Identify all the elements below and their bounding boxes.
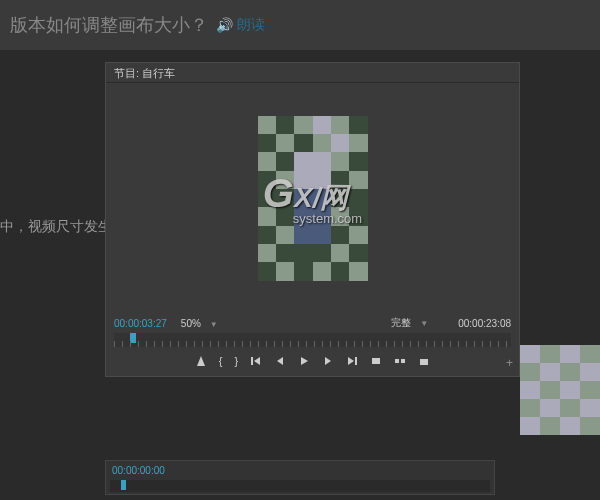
background-thumbnail — [520, 345, 600, 435]
export-frame-button[interactable] — [418, 355, 430, 367]
step-back-button[interactable] — [274, 355, 286, 367]
svg-rect-1 — [355, 357, 357, 365]
ruler-ticks — [114, 341, 511, 347]
chevron-down-icon: ▼ — [420, 319, 428, 328]
panel-tab-label: 节目: 自行车 — [114, 67, 175, 79]
info-row: 00:00:03:27 50% ▼ 完整 ▼ 00:00:23:08 — [106, 313, 519, 333]
go-to-out-button[interactable] — [346, 355, 358, 367]
play-button[interactable] — [298, 355, 310, 367]
bracket-out-button[interactable]: } — [235, 355, 239, 367]
timecode-duration: 00:00:23:08 — [458, 318, 511, 329]
mark-in-button[interactable] — [195, 355, 207, 367]
zoom-value: 50% — [181, 318, 201, 329]
svg-point-6 — [423, 361, 426, 364]
svg-rect-3 — [395, 359, 399, 363]
svg-rect-4 — [401, 359, 405, 363]
time-ruler[interactable] — [114, 333, 511, 347]
add-button[interactable]: + — [506, 356, 513, 370]
quality-value: 完整 — [391, 317, 411, 328]
video-preview[interactable]: GX/网 system.com — [106, 83, 519, 313]
go-to-in-button[interactable] — [250, 355, 262, 367]
playback-controls: { } — [106, 347, 519, 375]
audio-icon[interactable]: 🔊 — [216, 17, 233, 33]
bracket-in-button[interactable]: { — [219, 355, 223, 367]
zoom-dropdown[interactable]: 50% ▼ — [181, 318, 218, 329]
timecode-current[interactable]: 00:00:03:27 — [114, 318, 167, 329]
step-forward-button[interactable] — [322, 355, 334, 367]
watermark: GX/网 system.com — [263, 171, 362, 226]
bg-timecode: 00:00:00:00 — [106, 461, 494, 480]
svg-rect-2 — [372, 358, 380, 364]
svg-rect-0 — [251, 357, 253, 365]
page-title: 版本如何调整画布大小？ — [10, 13, 208, 37]
program-monitor-panel: 节目: 自行车 GX/网 system.com 00:00:03:27 50% … — [105, 62, 520, 377]
quality-dropdown[interactable]: 完整 ▼ — [391, 316, 428, 330]
chevron-down-icon: ▼ — [210, 320, 218, 329]
article-text-fragment: 中，视频尺寸发生 — [0, 218, 112, 236]
background-timeline: 00:00:00:00 — [105, 460, 495, 495]
panel-tab[interactable]: 节目: 自行车 — [106, 63, 519, 83]
lift-button[interactable] — [370, 355, 382, 367]
extract-button[interactable] — [394, 355, 406, 367]
page-header: 版本如何调整画布大小？ 🔊 朗读 — [0, 0, 600, 50]
audio-label[interactable]: 朗读 — [237, 16, 265, 34]
